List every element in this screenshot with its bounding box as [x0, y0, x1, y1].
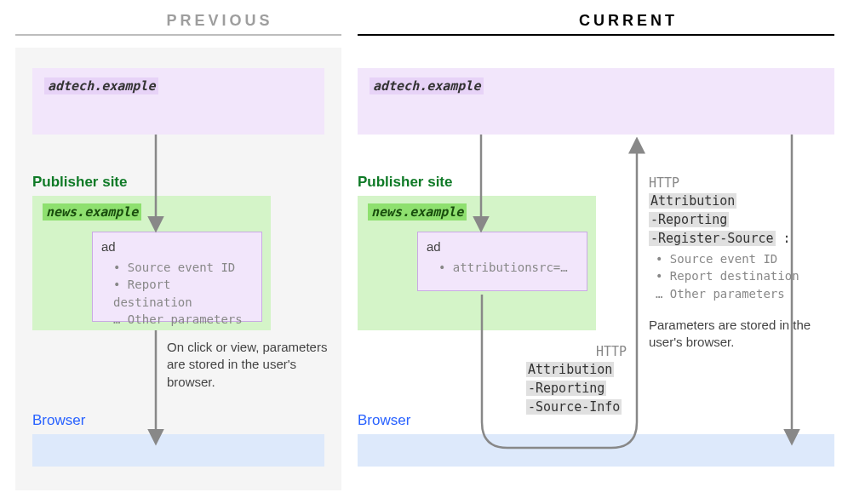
- resp-params: Source event ID Report destination Other…: [656, 250, 799, 302]
- rule-current: [358, 34, 834, 36]
- ad-title-curr: ad: [427, 239, 578, 254]
- ad-param-1: Source event ID: [113, 259, 253, 276]
- browser-label-curr: Browser: [358, 412, 410, 429]
- ad-params-prev: Source event ID Report destination Other…: [101, 259, 253, 328]
- publisher-box-curr: news.example ad attributionsrc=…: [358, 196, 596, 330]
- http-label-resp: HTTP: [649, 175, 679, 191]
- rule-previous: [15, 34, 341, 36]
- browser-box-prev: [32, 434, 324, 467]
- panel-previous: adtech.example Publisher site news.examp…: [15, 48, 341, 490]
- title-current: CURRENT: [424, 12, 833, 30]
- ad-param-3: Other parameters: [113, 311, 253, 328]
- note-previous: On click or view, parameters are stored …: [167, 339, 337, 391]
- publisher-box-prev: news.example ad Source event ID Report d…: [32, 196, 271, 330]
- resp-param-2: Report destination: [656, 267, 799, 284]
- ad-box-curr: ad attributionsrc=…: [417, 232, 587, 291]
- title-previous: PREVIOUS: [15, 12, 424, 30]
- adtech-label-curr: adtech.example: [370, 77, 484, 94]
- resp-header: Attribution -Reporting -Register-Source …: [649, 192, 791, 248]
- ad-box-prev: ad Source event ID Report destination Ot…: [92, 232, 262, 322]
- ad-params-curr: attributionsrc=…: [427, 259, 578, 276]
- browser-box-curr: [358, 434, 834, 467]
- resp-param-3: Other parameters: [656, 285, 799, 302]
- adtech-label-prev: adtech.example: [44, 77, 158, 94]
- browser-label-prev: Browser: [32, 412, 85, 429]
- note-current: Parameters are stored in the user's brow…: [649, 317, 819, 352]
- publisher-label-prev: Publisher site: [32, 174, 127, 191]
- ad-param-2: Report destination: [113, 276, 253, 311]
- ad-param-attrsrc: attributionsrc=…: [438, 259, 578, 276]
- news-label-curr: news.example: [368, 203, 467, 220]
- publisher-label-curr: Publisher site: [358, 174, 452, 191]
- req-header: Attribution -Reporting -Source-Info: [526, 361, 622, 416]
- resp-param-1: Source event ID: [656, 250, 799, 267]
- adtech-box-prev: adtech.example: [32, 68, 324, 135]
- http-label-req: HTTP: [596, 344, 627, 359]
- news-label-prev: news.example: [43, 203, 141, 220]
- ad-title-prev: ad: [101, 239, 253, 254]
- adtech-box-curr: adtech.example: [358, 68, 834, 135]
